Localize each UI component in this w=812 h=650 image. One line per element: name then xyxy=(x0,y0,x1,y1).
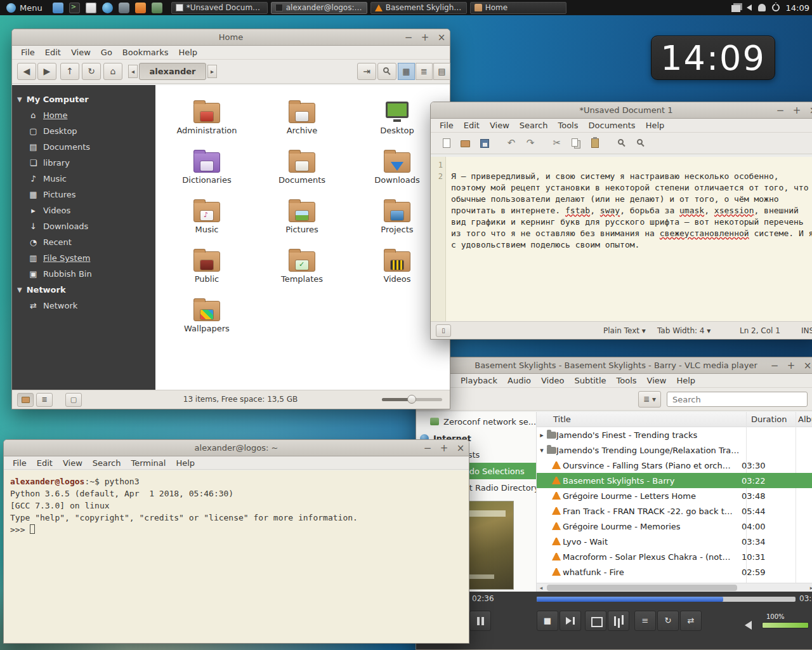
menu-view[interactable]: View xyxy=(66,46,96,59)
playlist-track-row[interactable]: Lyvo - Wait03:34 xyxy=(537,534,812,549)
breadcrumb-path-button[interactable]: alexander xyxy=(139,63,206,80)
close-icon[interactable]: × xyxy=(456,444,465,453)
sidebar-item-videos[interactable]: ▸Videos xyxy=(12,202,155,218)
sidebar-item-downloads[interactable]: ↓Downloads xyxy=(12,218,155,234)
scroll-right-icon[interactable]: ▸ xyxy=(807,583,812,592)
file-item-public[interactable]: Public xyxy=(159,248,254,286)
file-item-documents[interactable]: Documents xyxy=(254,149,350,187)
save-icon[interactable] xyxy=(476,135,493,152)
taskbar-button[interactable]: Basement Skylights ... xyxy=(370,2,467,14)
applications-menu-button[interactable]: Menu xyxy=(0,0,49,15)
undo-icon[interactable]: ↶ xyxy=(503,135,520,152)
path-scroll-right-icon[interactable]: ▸ xyxy=(207,65,217,78)
playlist-column-headers[interactable]: Title Duration Album xyxy=(537,412,812,427)
taskbar-button[interactable]: alexander@logos: ~ xyxy=(271,2,367,14)
playlist-track-row[interactable]: Grégoire Lourme - Memories04:00 xyxy=(537,519,812,534)
cut-icon[interactable]: ✂ xyxy=(549,135,565,152)
file-item-archive[interactable]: Archive xyxy=(254,99,350,137)
fm-titlebar[interactable]: Home − + × xyxy=(12,29,450,46)
menu-tools[interactable]: Tools xyxy=(612,374,642,387)
sidebar-item-library[interactable]: ❏library xyxy=(12,155,155,171)
fullscreen-button[interactable] xyxy=(585,611,606,631)
vlc-sidebar-item-zeroconf-network-se-[interactable]: Zeroconf network se... xyxy=(416,413,536,430)
editor-titlebar[interactable]: *Unsaved Document 1 − + × xyxy=(431,102,812,119)
search-icon[interactable] xyxy=(377,63,396,80)
pause-button[interactable] xyxy=(469,611,491,631)
sidebar-item-documents[interactable]: ▤Documents xyxy=(12,139,155,155)
file-item-templates[interactable]: Templates xyxy=(254,248,350,286)
playlist-view-mode-button[interactable]: ≣ ▾ xyxy=(638,391,661,408)
browser-launcher-icon[interactable] xyxy=(102,3,113,13)
sidebar-item-home[interactable]: ⌂Home xyxy=(12,107,155,123)
column-title[interactable]: Title xyxy=(553,415,571,424)
screenshot-launcher-icon[interactable] xyxy=(119,3,129,13)
next-button[interactable] xyxy=(560,611,581,631)
files-launcher-icon[interactable] xyxy=(53,3,63,13)
open-icon[interactable] xyxy=(457,135,474,152)
menu-view[interactable]: View xyxy=(642,374,672,387)
zoom-slider-knob[interactable] xyxy=(407,395,416,404)
playlist-track-row[interactable]: Fran Track - FRAN TRACK -22. go back to … xyxy=(537,503,812,519)
close-icon[interactable]: × xyxy=(809,106,812,115)
menu-help[interactable]: Help xyxy=(173,46,202,59)
extended-settings-button[interactable] xyxy=(608,611,629,631)
terminal-output[interactable]: alexander@logos:~$ python3Python 3.6.5 (… xyxy=(4,470,469,643)
document-text[interactable]: Я — привередливый, и свою систему я наст… xyxy=(446,157,812,321)
menu-documents[interactable]: Documents xyxy=(584,119,641,132)
maximize-icon[interactable]: + xyxy=(792,106,801,115)
menu-edit[interactable]: Edit xyxy=(40,46,66,59)
playlist-track-row[interactable]: whatfunk - Fire02:59 xyxy=(537,564,812,580)
refresh-button[interactable]: ↻ xyxy=(82,63,101,80)
playlist-group-row[interactable]: ▾Jamendo's Trending Lounge/Relaxation Tr… xyxy=(537,442,812,458)
menu-playback[interactable]: Playback xyxy=(455,374,502,387)
sidebar-item-network[interactable]: ⇄Network xyxy=(12,298,155,314)
list-view-button[interactable]: ≣ xyxy=(416,63,433,80)
menu-file[interactable]: File xyxy=(8,456,32,470)
tab-width-selector[interactable]: Tab Width: 4 ▾ xyxy=(657,326,710,335)
redo-icon[interactable]: ↷ xyxy=(522,135,539,152)
sidebar-item-desktop[interactable]: ▢Desktop xyxy=(12,123,155,139)
media-player-launcher-icon[interactable] xyxy=(135,3,146,13)
menu-view[interactable]: View xyxy=(58,456,88,470)
volume-tray-icon[interactable] xyxy=(747,4,752,11)
forward-button[interactable]: ▶ xyxy=(37,63,56,80)
menu-terminal[interactable]: Terminal xyxy=(126,456,171,470)
file-item-administration[interactable]: Administration xyxy=(159,99,254,137)
settings-launcher-icon[interactable] xyxy=(152,3,162,13)
file-item-wallpapers[interactable]: Wallpapers xyxy=(159,297,254,335)
scroll-left-icon[interactable]: ◂ xyxy=(537,583,546,592)
hidden-files-button[interactable]: ▢ xyxy=(65,393,82,407)
seek-bar[interactable] xyxy=(537,597,796,602)
panel-clock[interactable]: 14:09 xyxy=(786,3,812,13)
file-item-pictures[interactable]: Pictures xyxy=(254,198,350,236)
menu-subtitle[interactable]: Subtitle xyxy=(569,374,611,387)
menu-help[interactable]: Help xyxy=(671,374,700,387)
playlist-group-row[interactable]: ▸Jamendo's Finest - Trending tracks xyxy=(537,427,812,442)
new-document-icon[interactable] xyxy=(438,135,455,152)
zoom-slider[interactable] xyxy=(382,398,442,401)
find-icon[interactable] xyxy=(613,135,630,152)
terminal-launcher-icon[interactable] xyxy=(69,3,80,13)
stop-button[interactable]: ■ xyxy=(537,611,558,631)
file-item-music[interactable]: Music xyxy=(159,198,254,236)
user-tray-icon[interactable] xyxy=(758,4,766,11)
sidebar-item-recent[interactable]: ◔Recent xyxy=(12,234,155,250)
editor-text-area[interactable]: 12 Я — привередливый, и свою систему я н… xyxy=(431,157,812,321)
scrollbar-thumb[interactable] xyxy=(547,585,737,591)
side-pane-toggle-icon[interactable]: ▯ xyxy=(436,324,451,337)
terminal-titlebar[interactable]: alexander@logos: ~ − + × xyxy=(4,440,469,456)
expand-icon[interactable]: ▸ xyxy=(537,431,547,439)
loop-button[interactable]: ↻ xyxy=(657,611,679,631)
find-replace-icon[interactable] xyxy=(632,135,649,152)
maximize-icon[interactable]: + xyxy=(440,444,449,453)
tree-pane-button[interactable]: ≣ xyxy=(36,393,53,407)
sidebar-item-music[interactable]: ♪Music xyxy=(12,171,155,187)
sidebar-item-pictures[interactable]: ▦Pictures xyxy=(12,187,155,202)
sidebar-item-file-system[interactable]: ▥File System xyxy=(12,250,155,266)
menu-search[interactable]: Search xyxy=(514,119,553,132)
home-button[interactable]: ⌂ xyxy=(103,63,122,80)
sidebar-item-rubbish-bin[interactable]: ▣Rubbish Bin xyxy=(12,266,155,282)
menu-file[interactable]: File xyxy=(435,119,459,132)
playlist-track-row[interactable]: Grégoire Lourme - Letters Home03:48 xyxy=(537,488,812,503)
random-button[interactable]: ⇄ xyxy=(680,611,702,631)
